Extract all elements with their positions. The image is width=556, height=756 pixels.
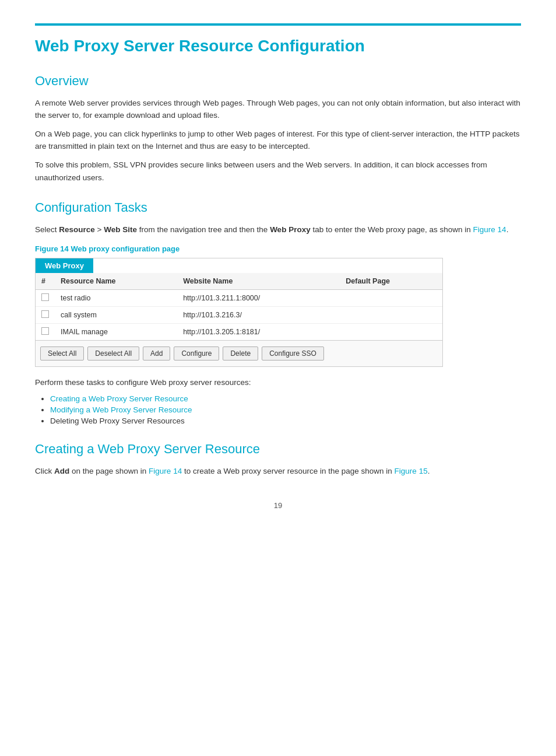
row3-resource-name: IMAIL manage — [55, 323, 177, 340]
web-proxy-tab[interactable]: Web Proxy — [36, 258, 93, 273]
table-row: IMAIL manage http://101.3.205.1:8181/ — [36, 323, 442, 340]
creating-fig15-link[interactable]: Figure 15 — [395, 467, 428, 475]
intro-arrow: > — [95, 225, 104, 234]
config-tasks-section: Configuration Tasks Select Resource > We… — [35, 200, 521, 425]
figure14-link[interactable]: Figure 14 — [473, 225, 506, 234]
intro-resource: Resource — [59, 225, 95, 234]
page-title: Web Proxy Server Resource Configuration — [35, 36, 521, 56]
config-tasks-heading: Configuration Tasks — [35, 200, 521, 215]
config-tasks-intro: Select Resource > Web Site from the navi… — [35, 223, 521, 236]
row3-checkbox[interactable] — [41, 327, 49, 335]
row3-default-page — [340, 323, 442, 340]
overview-para-3: To solve this problem, SSL VPN provides … — [35, 159, 521, 184]
creating-mid: on the page shown in — [69, 467, 149, 475]
creating-end: . — [428, 467, 430, 475]
row2-website-name: http://101.3.216.3/ — [177, 306, 340, 323]
row2-checkbox-cell — [36, 306, 55, 323]
delete-button[interactable]: Delete — [223, 346, 258, 360]
row2-default-page — [340, 306, 442, 323]
deselect-all-button[interactable]: Deselect All — [87, 346, 139, 360]
web-proxy-table-container: Web Proxy # Resource Name Website Name D… — [35, 258, 443, 367]
list-item: Creating a Web Proxy Server Resource — [50, 394, 521, 403]
row1-default-page — [340, 289, 442, 306]
overview-para-1: A remote Web server provides services th… — [35, 97, 521, 122]
col-header-website: Website Name — [177, 273, 340, 290]
deleting-text: Deleting Web Proxy Server Resources — [50, 416, 185, 425]
intro-end: . — [506, 225, 509, 234]
table-buttons-bar: Select All Deselect All Add Configure De… — [36, 340, 442, 366]
select-all-button[interactable]: Select All — [40, 346, 84, 360]
intro-pre: Select — [35, 225, 59, 234]
page-title-bar: Web Proxy Server Resource Configuration — [35, 24, 521, 56]
configure-button[interactable]: Configure — [174, 346, 219, 360]
row2-resource-name: call system — [55, 306, 177, 323]
intro-post: tab to enter the Web proxy page, as show… — [311, 225, 473, 234]
creating-add-bold: Add — [54, 467, 69, 475]
proxy-table: # Resource Name Website Name Default Pag… — [36, 273, 442, 340]
configure-sso-button[interactable]: Configure SSO — [262, 346, 324, 360]
creating-heading: Creating a Web Proxy Server Resource — [35, 442, 521, 457]
modifying-link[interactable]: Modifying a Web Proxy Server Resource — [50, 405, 192, 414]
table-row: call system http://101.3.216.3/ — [36, 306, 442, 323]
col-header-num: # — [36, 273, 55, 290]
row1-website-name: http://101.3.211.1:8000/ — [177, 289, 340, 306]
col-header-resource: Resource Name — [55, 273, 177, 290]
creating-link[interactable]: Creating a Web Proxy Server Resource — [50, 394, 188, 403]
row1-resource-name: test radio — [55, 289, 177, 306]
overview-para-2: On a Web page, you can click hyperlinks … — [35, 128, 521, 153]
intro-website: Web Site — [104, 225, 137, 234]
row3-checkbox-cell — [36, 323, 55, 340]
row1-checkbox-cell — [36, 289, 55, 306]
figure-caption: Figure 14 Web proxy configuration page — [35, 244, 521, 253]
overview-heading: Overview — [35, 74, 521, 89]
creating-body: Click Add on the page shown in Figure 14… — [35, 465, 521, 478]
page-number: 19 — [35, 501, 521, 510]
list-item: Modifying a Web Proxy Server Resource — [50, 405, 521, 414]
row1-checkbox[interactable] — [41, 293, 49, 301]
col-header-default: Default Page — [340, 273, 442, 290]
creating-fig14-link[interactable]: Figure 14 — [149, 467, 182, 475]
add-button[interactable]: Add — [143, 346, 170, 360]
row3-website-name: http://101.3.205.1:8181/ — [177, 323, 340, 340]
intro-webproxy: Web Proxy — [270, 225, 311, 234]
creating-pre: Click — [35, 467, 54, 475]
table-row: test radio http://101.3.211.1:8000/ — [36, 289, 442, 306]
list-item: Deleting Web Proxy Server Resources — [50, 416, 521, 425]
task-list: Creating a Web Proxy Server Resource Mod… — [50, 394, 521, 425]
creating-post: to create a Web proxy server resource in… — [182, 467, 394, 475]
creating-section: Creating a Web Proxy Server Resource Cli… — [35, 442, 521, 478]
overview-section: Overview A remote Web server provides se… — [35, 74, 521, 184]
row2-checkbox[interactable] — [41, 310, 49, 318]
perform-text: Perform these tasks to configure Web pro… — [35, 376, 521, 389]
table-header-row: # Resource Name Website Name Default Pag… — [36, 273, 442, 290]
intro-mid: from the navigation tree and then the — [137, 225, 270, 234]
